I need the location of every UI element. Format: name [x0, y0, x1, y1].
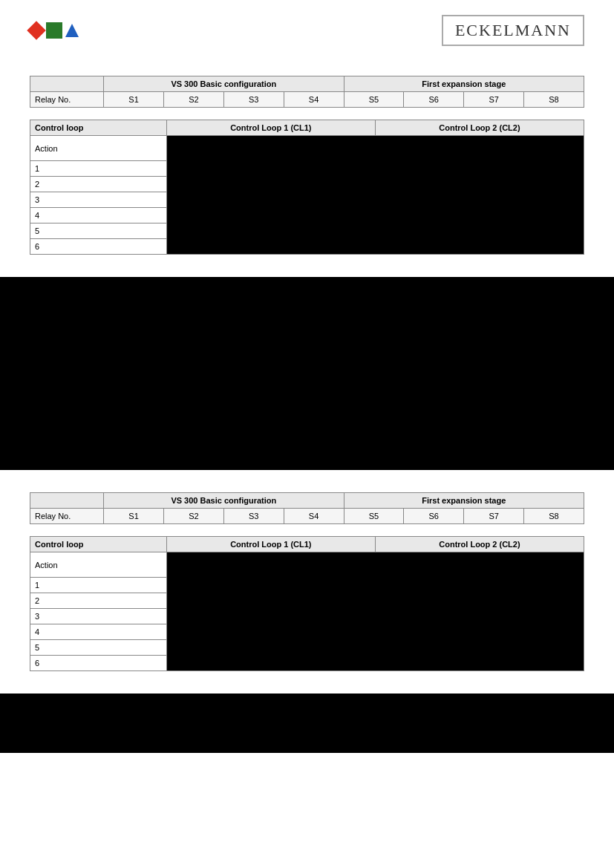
action-label-2: Action: [30, 552, 167, 578]
s3-col-2: S3: [223, 509, 284, 524]
s3-col: S3: [223, 92, 284, 108]
cl2-header-2: Control Loop 2 (CL2): [375, 537, 584, 552]
action-row-2-5: 5: [30, 640, 167, 656]
s5-col: S5: [344, 92, 404, 108]
action-row-2-1: 1: [30, 578, 167, 593]
action-row-6: 6: [30, 239, 167, 255]
eckelmann-logo: ECKELMANN: [442, 15, 584, 46]
s4-col-2: S4: [284, 509, 344, 524]
action-row-2-3: 3: [30, 609, 167, 624]
logo-red-diamond: [27, 21, 45, 39]
action-row-2-2: 2: [30, 593, 167, 609]
s7-col-2: S7: [464, 509, 524, 524]
s5-col-2: S5: [344, 509, 404, 524]
cl2-header: Control Loop 2 (CL2): [375, 120, 584, 136]
vs300-header: VS 300 Basic configuration: [104, 76, 344, 92]
relay-no-label: Relay No.: [30, 92, 104, 108]
action-row-2-6: 6: [30, 656, 167, 671]
control-table-2: Control loop Control Loop 1 (CL1) Contro…: [30, 536, 584, 671]
action-row-1: 1: [30, 161, 167, 177]
s2-col: S2: [163, 92, 223, 108]
logo-green-square: [46, 22, 62, 39]
relay-table-1: VS 300 Basic configuration First expansi…: [30, 76, 584, 108]
s6-col-2: S6: [404, 509, 464, 524]
s8-col-2: S8: [524, 509, 584, 524]
s4-col: S4: [284, 92, 344, 108]
s1-col: S1: [104, 92, 164, 108]
cl1-header-2: Control Loop 1 (CL1): [166, 537, 375, 552]
s6-col: S6: [404, 92, 464, 108]
action-row-2: 2: [30, 177, 167, 192]
first-expansion-header: First expansion stage: [344, 76, 584, 92]
relay-table-2: VS 300 Basic configuration First expansi…: [30, 492, 584, 524]
page-header: ECKELMANN: [30, 15, 584, 53]
action-row-4: 4: [30, 208, 167, 223]
bottom-black-area: [0, 694, 614, 753]
cl1-header: Control Loop 1 (CL1): [166, 120, 375, 136]
action-label: Action: [30, 136, 167, 161]
first-expansion-header-2: First expansion stage: [344, 493, 584, 509]
table-group-2: VS 300 Basic configuration First expansi…: [30, 492, 584, 671]
control-loop-label-2: Control loop: [30, 537, 167, 552]
s2-col-2: S2: [163, 509, 223, 524]
relay-no-label-2: Relay No.: [30, 509, 104, 524]
action-row-3: 3: [30, 192, 167, 208]
logo-blue-triangle: [65, 24, 79, 37]
action-row-5: 5: [30, 223, 167, 239]
s8-col: S8: [524, 92, 584, 108]
vs300-header-2: VS 300 Basic configuration: [104, 493, 344, 509]
control-loop-label: Control loop: [30, 120, 167, 136]
table-group-1: VS 300 Basic configuration First expansi…: [30, 76, 584, 255]
middle-black-area: [0, 277, 614, 470]
s1-col-2: S1: [104, 509, 164, 524]
control-table-1: Control loop Control Loop 1 (CL1) Contro…: [30, 120, 584, 255]
s7-col: S7: [464, 92, 524, 108]
company-logo-shapes: [30, 22, 79, 39]
action-row-2-4: 4: [30, 624, 167, 640]
